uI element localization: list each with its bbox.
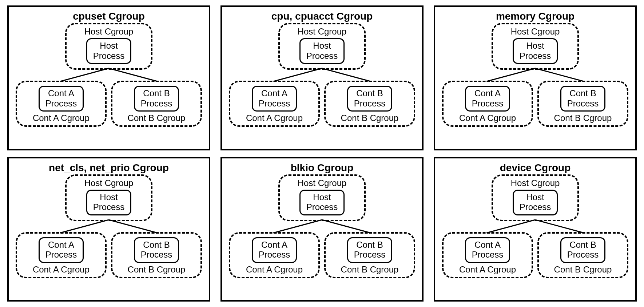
cont-b-process-box: Cont B Process [347,237,393,263]
host-process-box: Host Process [513,38,558,64]
cont-b-line1: Cont B [141,240,172,250]
cont-a-cgroup-label: Cont A Cgroup [246,113,303,123]
cont-a-cgroup-label: Cont A Cgroup [246,264,303,275]
cont-a-process-box: Cont A Process [39,237,84,263]
cont-a-cgroup-label: Cont A Cgroup [33,113,90,123]
cont-b-cgroup-label: Cont B Cgroup [554,264,612,275]
cont-a-cgroup-box: Cont A Process Cont A Cgroup [442,232,533,278]
host-cgroup-label: Host Cgroup [511,27,560,37]
svg-line-9 [322,220,371,233]
cont-a-line1: Cont A [45,88,77,98]
host-cgroup-box: Host Cgroup Host Process [278,174,366,221]
host-cgroup-box: Host Cgroup Host Process [65,174,152,221]
panel-title: cpuset Cgroup [73,11,145,22]
host-process-box: Host Process [299,38,345,64]
children-row: Cont A Process Cont A Cgroup Cont B Proc… [15,232,202,278]
cont-a-line2: Process [472,250,504,260]
cont-a-line2: Process [472,98,504,109]
panel-title: memory Cgroup [496,11,575,22]
host-cgroup-label: Host Cgroup [298,178,347,188]
host-cgroup-box: Host Cgroup Host Process [492,23,579,70]
host-process-line1: Host [93,41,125,51]
cont-a-line2: Process [259,98,290,109]
cont-b-cgroup-box: Cont B Process Cont B Cgroup [111,81,202,127]
children-row: Cont A Process Cont A Cgroup Cont B Proc… [15,81,202,127]
svg-line-3 [322,68,371,81]
cont-a-cgroup-box: Cont A Process Cont A Cgroup [16,81,107,127]
cont-a-line2: Process [259,250,290,260]
host-process-box: Host Process [86,38,132,64]
cgroup-panel-cpuset: cpuset Cgroup Host Cgroup Host Process C… [7,5,210,150]
cont-b-process-box: Cont B Process [560,237,606,263]
cont-b-line2: Process [567,250,599,260]
host-process-line1: Host [520,41,551,51]
children-row: Cont A Process Cont A Cgroup Cont B Proc… [228,81,416,127]
cont-a-cgroup-box: Cont A Process Cont A Cgroup [229,232,320,278]
host-cgroup-label: Host Cgroup [511,178,560,188]
panel-title: device Cgroup [500,162,571,174]
cont-a-process-box: Cont A Process [252,237,297,263]
cont-b-line1: Cont B [567,88,599,98]
cont-b-process-box: Cont B Process [347,86,393,112]
host-cgroup-label: Host Cgroup [84,178,134,188]
host-process-line1: Host [93,192,125,202]
cont-b-process-box: Cont B Process [134,86,179,112]
tree-connectors [15,221,202,232]
svg-line-6 [60,220,109,233]
cont-b-line2: Process [141,250,172,260]
host-cgroup-box: Host Cgroup Host Process [65,23,152,70]
cont-b-cgroup-label: Cont B Cgroup [128,113,186,123]
cont-a-line1: Cont A [259,240,290,250]
tree-connectors [442,70,629,81]
host-process-line2: Process [520,202,551,212]
host-cgroup-label: Host Cgroup [84,27,134,37]
cont-b-line1: Cont B [354,88,386,98]
cont-b-cgroup-label: Cont B Cgroup [341,113,399,123]
host-process-line2: Process [520,51,551,61]
panel-title: net_cls, net_prio Cgroup [49,162,169,174]
host-process-line1: Host [306,41,338,51]
panel-title: cpu, cpuacct Cgroup [271,11,373,22]
svg-line-1 [109,68,158,81]
cont-a-process-box: Cont A Process [465,237,510,263]
host-process-line1: Host [306,192,338,202]
host-process-line2: Process [93,202,125,212]
cont-a-cgroup-label: Cont A Cgroup [33,264,90,275]
cont-b-process-box: Cont B Process [560,86,606,112]
cont-a-cgroup-box: Cont A Process Cont A Cgroup [442,81,533,127]
cont-b-cgroup-box: Cont B Process Cont B Cgroup [324,232,415,278]
tree-connectors [15,70,202,81]
host-process-box: Host Process [86,190,132,215]
host-process-line2: Process [306,202,338,212]
svg-line-5 [535,68,584,81]
cont-a-line2: Process [45,250,77,260]
cont-a-line1: Cont A [472,240,504,250]
svg-line-11 [535,220,584,233]
cont-b-cgroup-label: Cont B Cgroup [554,113,612,123]
children-row: Cont A Process Cont A Cgroup Cont B Proc… [228,232,416,278]
svg-line-2 [273,68,322,81]
svg-line-0 [60,68,109,81]
svg-line-4 [486,68,535,81]
cgroup-panel-memory: memory Cgroup Host Cgroup Host Process C… [434,5,637,150]
cont-b-line1: Cont B [141,88,172,98]
cont-b-cgroup-box: Cont B Process Cont B Cgroup [111,232,202,278]
cont-b-line1: Cont B [567,240,599,250]
host-cgroup-box: Host Cgroup Host Process [492,174,579,221]
host-process-line2: Process [93,51,125,61]
cont-a-cgroup-label: Cont A Cgroup [459,113,516,123]
svg-line-8 [273,220,322,233]
host-process-box: Host Process [513,190,558,215]
cont-b-line1: Cont B [354,240,386,250]
cont-b-cgroup-label: Cont B Cgroup [128,264,186,275]
host-process-line2: Process [306,51,338,61]
cgroup-panel-netcls-netprio: net_cls, net_prio Cgroup Host Cgroup Hos… [7,157,210,302]
cont-a-line1: Cont A [259,88,290,98]
tree-connectors [228,221,416,232]
tree-connectors [442,221,629,232]
host-process-line1: Host [520,192,551,202]
tree-connectors [228,70,416,81]
cont-a-line1: Cont A [472,88,504,98]
cgroup-panel-blkio: blkio Cgroup Host Cgroup Host Process Co… [220,157,424,302]
panel-title: blkio Cgroup [291,162,354,174]
